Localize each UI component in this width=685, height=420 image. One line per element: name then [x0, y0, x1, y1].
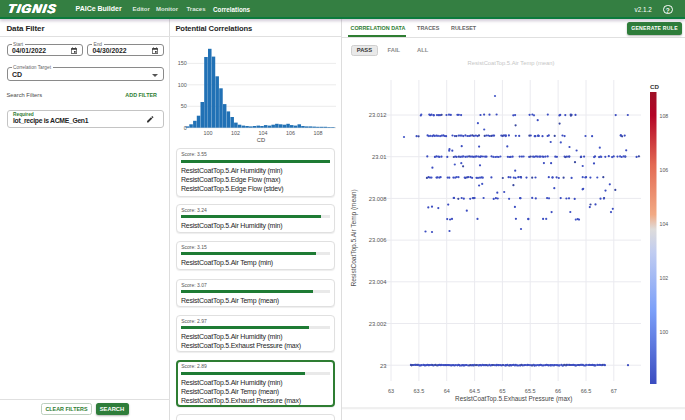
svg-text:104: 104 — [259, 130, 268, 136]
svg-text:64: 64 — [444, 388, 450, 394]
svg-text:ResistCoatTop.5.Exhaust Pressu: ResistCoatTop.5.Exhaust Pressure (max) — [455, 395, 572, 403]
svg-text:63: 63 — [388, 388, 394, 394]
svg-text:0: 0 — [184, 125, 187, 131]
svg-text:23.012: 23.012 — [369, 112, 387, 118]
svg-text:ResistCoatTop.5.Air Temp (mean: ResistCoatTop.5.Air Temp (mean) — [468, 60, 555, 66]
svg-text:67: 67 — [611, 388, 617, 394]
svg-text:102: 102 — [231, 130, 240, 136]
svg-text:100: 100 — [178, 82, 187, 88]
svg-text:65.5: 65.5 — [525, 388, 536, 394]
svg-text:150: 150 — [178, 60, 187, 66]
svg-text:CD: CD — [257, 137, 265, 143]
svg-text:106: 106 — [286, 130, 295, 136]
svg-text:100: 100 — [204, 130, 213, 136]
svg-text:23.002: 23.002 — [369, 321, 387, 327]
svg-text:66: 66 — [555, 388, 561, 394]
svg-text:102: 102 — [660, 275, 669, 281]
svg-text:ResistCoatTop.5.Air Temp (mean: ResistCoatTop.5.Air Temp (mean) — [350, 189, 358, 286]
svg-text:63.5: 63.5 — [414, 388, 425, 394]
svg-text:64.5: 64.5 — [469, 388, 480, 394]
svg-text:100: 100 — [660, 329, 669, 335]
svg-text:23: 23 — [380, 363, 386, 369]
svg-text:50: 50 — [181, 103, 187, 109]
svg-text:106: 106 — [660, 167, 669, 173]
svg-text:104: 104 — [660, 221, 669, 227]
svg-text:CD: CD — [650, 83, 659, 90]
svg-text:108: 108 — [660, 113, 669, 119]
svg-text:65: 65 — [499, 388, 505, 394]
svg-text:23.006: 23.006 — [369, 237, 387, 243]
svg-text:23.004: 23.004 — [369, 279, 388, 285]
svg-text:23.01: 23.01 — [372, 154, 387, 160]
svg-text:23.008: 23.008 — [369, 196, 387, 202]
svg-text:108: 108 — [314, 130, 323, 136]
svg-text:66.5: 66.5 — [581, 388, 592, 394]
